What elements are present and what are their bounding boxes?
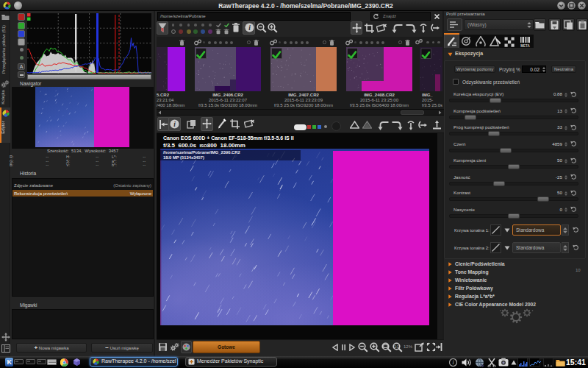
svg-text:i: i — [248, 24, 251, 32]
svg-text:META: META — [520, 44, 530, 48]
svg-text:i: i — [173, 121, 176, 128]
svg-text:i: i — [452, 359, 453, 366]
svg-text:1:1: 1:1 — [394, 344, 399, 349]
